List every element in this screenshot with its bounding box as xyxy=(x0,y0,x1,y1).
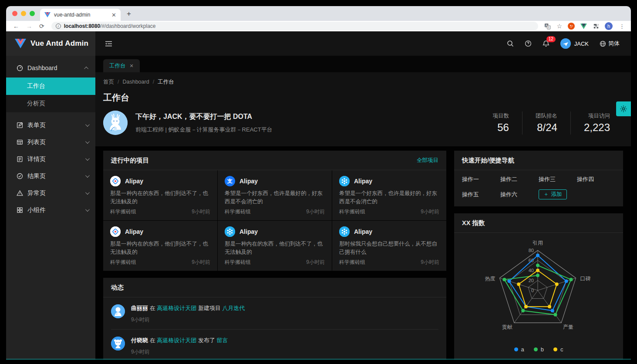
project-card[interactable]: 支Alipay希望是一个好东西，也许是最好的，好东西是不会消亡的科学搬砖组9小时… xyxy=(218,170,332,220)
project-group[interactable]: 科学搬砖组 xyxy=(225,208,306,216)
quicknav-link[interactable]: 操作四 xyxy=(577,175,615,183)
activity-user[interactable]: 付晓晓 xyxy=(131,337,148,344)
browser-profile-avatar[interactable]: h xyxy=(605,22,613,30)
legend-item-c[interactable]: c xyxy=(553,346,563,353)
language-switch[interactable]: 简体 xyxy=(600,40,620,47)
app-logo[interactable]: Vue Antd Admin xyxy=(6,31,95,56)
sidebar-item-label: Dashboard xyxy=(27,64,81,71)
close-window-button[interactable] xyxy=(12,11,17,16)
quicknav-link[interactable]: 操作六 xyxy=(500,191,539,199)
activity-user[interactable]: 曲丽丽 xyxy=(131,305,148,311)
page-tab-close-icon[interactable]: ✕ xyxy=(130,63,134,69)
activity-time: 9小时前 xyxy=(131,316,245,324)
browser-tab[interactable]: vue-antd-admin ✕ xyxy=(40,9,121,21)
language-label: 简体 xyxy=(608,40,620,47)
breadcrumb-dashboard[interactable]: Dashboard xyxy=(122,79,149,85)
page-title: 工作台 xyxy=(103,92,623,104)
chevron-down-icon xyxy=(85,139,90,144)
quicknav-link[interactable]: 操作三 xyxy=(539,175,577,183)
address-bar[interactable]: i localhost:8080/#/dashboard/workplace xyxy=(51,22,539,30)
notifications[interactable]: 12 xyxy=(543,40,549,47)
sidebar-item-profile[interactable]: 详情页 xyxy=(6,151,95,168)
url-path: /#/dashboard/workplace xyxy=(100,23,155,29)
quicknav-link[interactable]: 操作二 xyxy=(500,175,539,183)
activity-target-link[interactable]: 八月迭代 xyxy=(222,305,245,311)
sidebar-item-analysis[interactable]: 分析页 xyxy=(6,95,95,112)
project-title[interactable]: Alipay xyxy=(125,228,143,235)
quicknav-card: 快速开始/便捷导航 操作一 操作二 操作三 操作四 操作五 操作六 ＋添加 xyxy=(454,151,623,206)
activity-team-link[interactable]: 高逼格设计天团 xyxy=(157,337,196,344)
search-icon[interactable] xyxy=(507,40,514,47)
project-card[interactable]: Alipay那是一种内在的东西，他们到达不了，也无法触及的科学搬砖组9小时前 xyxy=(218,221,332,271)
quicknav-link[interactable]: 操作一 xyxy=(462,175,500,183)
sidebar-item-workplace[interactable]: 工作台 xyxy=(6,78,95,95)
page-tab-workplace[interactable]: 工作台 ✕ xyxy=(103,59,140,72)
chevron-up-icon xyxy=(84,66,88,71)
stat-value: 56 xyxy=(492,121,509,134)
add-shortcut-button[interactable]: ＋添加 xyxy=(539,189,567,199)
project-group[interactable]: 科学搬砖组 xyxy=(225,259,306,266)
profile-icon xyxy=(17,156,23,162)
legend-item-a[interactable]: a xyxy=(514,346,524,353)
sidebar-item-dashboard[interactable]: Dashboard xyxy=(6,58,95,78)
translate-icon[interactable]: A 文 xyxy=(544,23,551,30)
welcome-role: 前端工程师 | 蚂蚁金服－计算服务事业群－REACT平台 xyxy=(135,126,273,134)
site-info-icon[interactable]: i xyxy=(56,24,61,29)
gear-icon xyxy=(620,105,627,113)
sidebar-item-form[interactable]: 表单页 xyxy=(6,117,95,134)
menu-fold-icon[interactable] xyxy=(95,40,122,47)
svg-text:0: 0 xyxy=(531,288,534,293)
help-icon[interactable] xyxy=(525,40,532,47)
project-title[interactable]: Alipay xyxy=(239,228,258,235)
user-menu[interactable]: JACK xyxy=(560,38,589,49)
project-card[interactable]: Alipay那是一种内在的东西，他们到达不了，也无法触及的科学搬砖组9小时前 xyxy=(103,170,217,220)
project-group[interactable]: 科学搬砖组 xyxy=(110,208,192,216)
tab-close-icon[interactable]: ✕ xyxy=(111,12,116,18)
project-group[interactable]: 科学搬砖组 xyxy=(110,259,192,266)
project-group[interactable]: 科学搬砖组 xyxy=(339,208,421,216)
new-tab-button[interactable]: + xyxy=(121,10,138,21)
extensions-puzzle-icon[interactable] xyxy=(593,23,599,30)
legend-dot xyxy=(553,347,557,351)
project-title[interactable]: Alipay xyxy=(354,228,372,235)
add-shortcut-label: 添加 xyxy=(551,191,562,198)
sidebar-item-exception[interactable]: 异常页 xyxy=(6,185,95,202)
legend-item-b[interactable]: b xyxy=(534,346,544,353)
project-card[interactable]: Alipay希望是一个好东西，也许是最好的，好东西是不会消亡的科学搬砖组9小时前 xyxy=(332,170,446,220)
sidebar-item-list[interactable]: 列表页 xyxy=(6,134,95,151)
antv-icon xyxy=(339,226,350,237)
project-title[interactable]: Alipay xyxy=(239,178,258,185)
chevron-down-icon xyxy=(85,207,90,212)
window-controls[interactable] xyxy=(6,6,40,21)
bookmark-star-icon[interactable]: ☆ xyxy=(556,23,562,30)
forward-icon[interactable]: → xyxy=(23,23,36,30)
project-group[interactable]: 科学搬砖组 xyxy=(339,259,421,266)
sidebar-item-widgets[interactable]: 小组件 xyxy=(6,202,95,219)
vue-devtools-icon[interactable] xyxy=(580,24,587,29)
welcome-info: 下午好，JACK，要不要打一把 DOTA 前端工程师 | 蚂蚁金服－计算服务事业… xyxy=(135,112,273,134)
project-card[interactable]: Alipay那时候我只会想自己想要什么，从不想自己拥有什么科学搬砖组9小时前 xyxy=(332,221,446,271)
projects-title: 进行中的项目 xyxy=(111,156,417,165)
theme-settings-button[interactable] xyxy=(616,101,631,116)
activity-avatar xyxy=(111,337,125,351)
breadcrumb-home[interactable]: 首页 xyxy=(103,79,114,85)
stat-value: 2,223 xyxy=(584,121,610,134)
all-projects-link[interactable]: 全部项目 xyxy=(417,157,438,164)
svg-text:贡献: 贡献 xyxy=(502,324,512,330)
activity-team-link[interactable]: 高逼格设计天团 xyxy=(157,305,196,311)
vue-logo-icon xyxy=(15,39,26,48)
svg-text:80: 80 xyxy=(529,248,534,253)
project-title[interactable]: Alipay xyxy=(354,178,372,185)
project-card[interactable]: Alipay那是一种内在的东西，他们到达不了，也无法触及的科学搬砖组9小时前 xyxy=(103,221,217,271)
sidebar-item-result[interactable]: 结果页 xyxy=(6,168,95,185)
activity-target-link[interactable]: 留言 xyxy=(217,337,228,344)
back-icon[interactable]: ← xyxy=(10,23,23,30)
browser-menu-icon[interactable]: ⋮ xyxy=(618,23,625,30)
extension-icon-orange[interactable] xyxy=(568,23,575,30)
quicknav-link[interactable]: 操作五 xyxy=(462,191,500,199)
minimize-window-button[interactable] xyxy=(21,11,26,16)
zoom-window-button[interactable] xyxy=(30,11,35,16)
reload-icon[interactable]: ⟳ xyxy=(36,23,48,30)
svg-text:口碑: 口碑 xyxy=(580,276,590,282)
project-title[interactable]: Alipay xyxy=(125,178,143,185)
